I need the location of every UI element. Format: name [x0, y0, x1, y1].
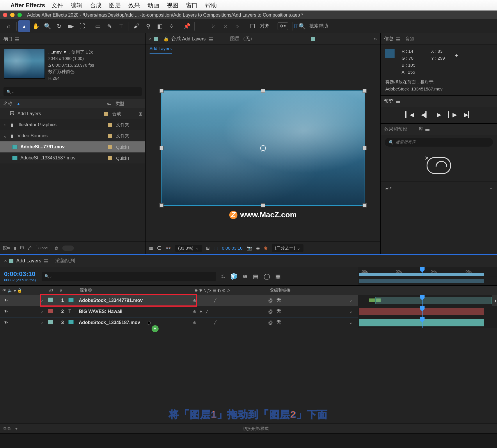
zoom-dropdown[interactable]: (33.3%) ⌄: [175, 245, 202, 252]
snap-checkbox[interactable]: ☐: [247, 20, 258, 32]
cloud-sync-icon[interactable]: ☁⟳: [385, 186, 392, 190]
app-name[interactable]: After Effects: [10, 2, 45, 9]
label-swatch[interactable]: [48, 309, 53, 313]
project-search[interactable]: 🔍⌄: [3, 87, 142, 96]
project-tab[interactable]: 项目: [3, 36, 19, 42]
work-area-bar[interactable]: [359, 279, 484, 283]
effects-tab[interactable]: 效果和预设: [384, 126, 407, 132]
project-row-video[interactable]: AdobeSt...133451587.mov QuickT: [0, 152, 145, 163]
audio-tab[interactable]: 音频: [405, 36, 414, 42]
zoom-tool[interactable]: 🔍: [42, 20, 53, 32]
pickwhip-icon[interactable]: @: [268, 320, 273, 325]
panel-menu-icon[interactable]: [209, 38, 213, 40]
panel-menu-icon[interactable]: [396, 100, 400, 103]
mask-icon[interactable]: 👓: [166, 246, 171, 251]
adjust-icon[interactable]: 🖊: [28, 246, 32, 250]
playhead[interactable]: [422, 267, 423, 276]
marker-bin-icon[interactable]: ◗: [492, 295, 497, 306]
hand-tool[interactable]: ✋: [30, 20, 42, 32]
library-search[interactable]: 🔍 搜索所有库: [385, 138, 493, 147]
brush-tool[interactable]: 🖌: [131, 20, 142, 32]
close-tab-icon[interactable]: ×: [4, 258, 7, 264]
prev-frame-icon[interactable]: ◀▎: [421, 111, 430, 118]
graph-icon[interactable]: ◯: [264, 273, 270, 280]
comp-tab-name[interactable]: Add Layers: [182, 36, 206, 42]
play-icon[interactable]: ▶: [437, 111, 441, 118]
selection-tool[interactable]: ▴: [18, 20, 30, 32]
puppet-tool[interactable]: 📌: [181, 20, 193, 32]
library-tab[interactable]: 库: [418, 126, 429, 132]
eraser-tool[interactable]: ◧: [154, 20, 166, 32]
parent-dropdown[interactable]: 无⌄: [276, 319, 358, 326]
pickwhip-icon[interactable]: @: [268, 309, 273, 314]
comp-mini-icon[interactable]: ⎌: [221, 273, 225, 280]
add-icon[interactable]: ＋: [489, 186, 493, 191]
resolution-dropdown[interactable]: (二分之一) ⌄: [272, 244, 303, 252]
3d-light-icon[interactable]: ⟐: [231, 20, 243, 32]
menu-composition[interactable]: 合成: [90, 1, 102, 9]
layer-row-3[interactable]: 👁 › 3 AdobeStock_13345187.mov + ⊕╱ @无⌄: [0, 317, 358, 328]
type-tool[interactable]: T: [115, 20, 127, 32]
roto-tool[interactable]: ✧: [166, 20, 177, 32]
orbit-tool[interactable]: ↻: [53, 20, 65, 32]
toggle-modes[interactable]: 切换开关/模式: [243, 426, 269, 431]
timeline-empty[interactable]: [0, 328, 497, 403]
panel-menu-icon[interactable]: [396, 38, 400, 40]
close-tab-icon[interactable]: ×: [149, 36, 152, 42]
visibility-icon[interactable]: 👁: [3, 298, 8, 303]
shy-icon[interactable]: 🧊: [230, 273, 237, 280]
menu-help[interactable]: 帮助: [205, 1, 217, 9]
channel-icon[interactable]: ◉: [256, 246, 260, 251]
motion-blur-icon[interactable]: ▤: [253, 273, 258, 280]
twirl-icon[interactable]: ›: [38, 298, 46, 303]
toggle-switches-icon[interactable]: ⧉ ⧉: [3, 426, 10, 431]
timeline-timecode[interactable]: 0:00:03:10: [4, 270, 36, 278]
comp-frame[interactable]: [161, 90, 365, 206]
toolbar-settings[interactable]: ⚙≡: [278, 22, 288, 30]
panel-menu-icon[interactable]: [425, 128, 429, 131]
twirl-icon[interactable]: ›: [38, 320, 46, 325]
project-row-video-selected[interactable]: AdobeSt...7791.mov QuickT: [0, 141, 145, 152]
new-folder-icon[interactable]: ▮: [14, 246, 16, 250]
twirl-icon[interactable]: ›: [38, 309, 46, 314]
comp-breadcrumb[interactable]: Add Layers: [150, 46, 172, 54]
visibility-icon[interactable]: 👁: [3, 309, 8, 314]
camera-tool[interactable]: ⛶: [77, 20, 88, 32]
pickwhip-icon[interactable]: @: [268, 298, 273, 303]
grid-icon[interactable]: ▦: [149, 246, 153, 251]
resolution-icon[interactable]: ⊞: [206, 246, 210, 251]
parent-dropdown[interactable]: 无⌄: [276, 308, 358, 314]
work-area[interactable]: [359, 273, 484, 276]
tag-icon[interactable]: 🏷: [107, 101, 111, 106]
interpret-icon[interactable]: 🖼⇆: [3, 246, 10, 250]
menu-view[interactable]: 视图: [167, 1, 178, 9]
lock-icon[interactable]: 🔒: [163, 36, 169, 42]
minimize-window[interactable]: [10, 13, 15, 17]
panel-menu-icon[interactable]: [15, 38, 19, 40]
menu-animation[interactable]: 动画: [148, 1, 159, 9]
timeline-tab[interactable]: Add Layers: [16, 258, 48, 264]
snapshot-icon[interactable]: 📷: [246, 246, 252, 251]
menu-edit[interactable]: 编辑: [71, 1, 82, 9]
expand-icon[interactable]: »: [371, 36, 377, 42]
time-ruler[interactable]: :00s 02s 04s 06s: [358, 267, 497, 276]
frame-blend-icon[interactable]: ≋: [243, 273, 248, 280]
render-queue-tab[interactable]: 渲染队列: [55, 257, 75, 264]
menu-file[interactable]: 文件: [52, 1, 63, 9]
rectangle-tool[interactable]: ▭: [92, 20, 104, 32]
layer-row-2[interactable]: 👁 › 2 T BIG WAVES: Hawaii ⊕✱╱ @无⌄: [0, 306, 358, 317]
search-icon[interactable]: �⃟🔍: [294, 20, 306, 32]
clone-tool[interactable]: ⚲: [142, 20, 154, 32]
color-mgmt-icon[interactable]: ❀: [264, 246, 268, 251]
project-row-folder[interactable]: ›▮ Illustrator Graphics 文件夹: [0, 119, 145, 130]
new-comp-icon[interactable]: 🎞: [20, 246, 24, 250]
preview-tab[interactable]: 预览: [384, 98, 400, 104]
project-row-folder-open[interactable]: ⌄▮ Video Sources 文件夹: [0, 130, 145, 141]
menu-window[interactable]: 窗口: [186, 1, 198, 9]
first-frame-icon[interactable]: ▎◀: [405, 111, 414, 118]
zoom-out-icon[interactable]: ✦: [15, 426, 18, 431]
comp-timecode[interactable]: 0:00:03:10: [222, 246, 243, 250]
last-frame-icon[interactable]: ▶▎: [464, 111, 473, 118]
anchor-point-icon[interactable]: [260, 145, 266, 151]
panel-menu-icon[interactable]: [44, 259, 48, 262]
